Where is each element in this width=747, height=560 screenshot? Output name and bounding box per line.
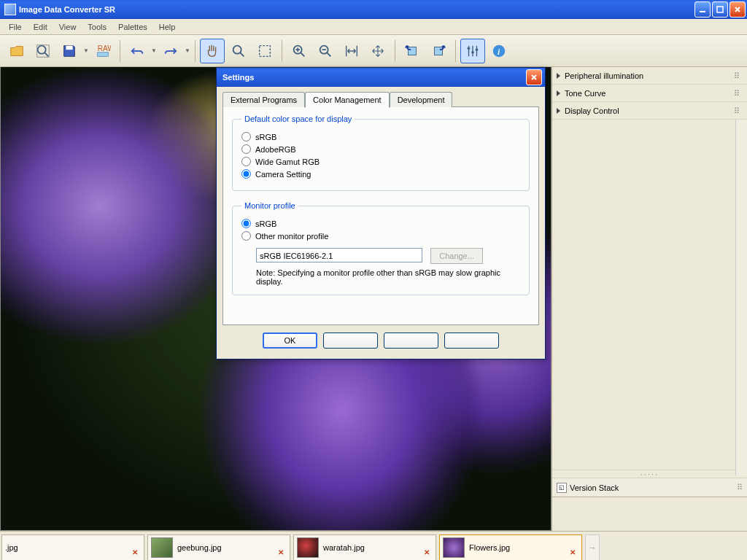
undo-button[interactable]: [125, 39, 150, 63]
close-button[interactable]: [729, 1, 746, 18]
ok-button[interactable]: OK: [263, 332, 317, 349]
dialog-body: External Programs Color Management Devel…: [217, 87, 545, 359]
dialog-close-button[interactable]: [526, 69, 542, 85]
pan-tool[interactable]: [200, 39, 225, 63]
fit-screen-button[interactable]: [365, 39, 390, 63]
grip-icon: ⠿: [734, 71, 743, 80]
dialog-button-2[interactable]: [323, 332, 378, 349]
redo-dropdown[interactable]: ▼: [185, 47, 190, 54]
radio-label: sRGB: [255, 219, 276, 228]
version-stack-label: Version Stack: [570, 483, 619, 492]
panel-tone-curve[interactable]: Tone Curve ⠿: [552, 85, 747, 102]
svg-rect-8: [260, 45, 271, 56]
thumbnail-next-button[interactable]: →: [585, 534, 600, 561]
default-colorspace-group: Default color space for display sRGB Ado…: [232, 114, 530, 191]
separator: [282, 40, 282, 62]
menubar: File Edit View Tools Palettes Help: [0, 19, 747, 35]
radio-monitor-other[interactable]: [241, 231, 251, 241]
tab-panel: Default color space for display sRGB Ado…: [222, 106, 539, 325]
group-label: Monitor profile: [241, 201, 298, 210]
radio-monitor-srgb[interactable]: [241, 219, 251, 228]
separator: [120, 40, 120, 62]
panel-resize-handle[interactable]: ·····: [552, 470, 747, 478]
expand-icon: [557, 73, 560, 79]
thumbnail-close-icon[interactable]: ✕: [424, 548, 433, 557]
separator: [455, 40, 456, 62]
maximize-button[interactable]: [712, 1, 728, 18]
thumbnail-name: Flowers.jpg: [469, 543, 578, 552]
panel-label: Peripheral illumination: [565, 71, 734, 80]
menu-tools[interactable]: Tools: [82, 20, 112, 34]
group-label: Default color space for display: [241, 114, 355, 123]
marquee-tool[interactable]: [252, 39, 277, 63]
browse-button[interactable]: [31, 39, 55, 63]
redo-button[interactable]: [158, 39, 183, 63]
svg-point-14: [471, 51, 474, 54]
thumbnail-name: geebung.jpg: [177, 543, 287, 552]
fit-width-button[interactable]: [339, 39, 364, 63]
menu-view[interactable]: View: [53, 20, 82, 34]
undo-dropdown[interactable]: ▼: [151, 47, 157, 54]
thumbnail-item[interactable]: geebung.jpg ✕: [147, 534, 290, 561]
menu-help[interactable]: Help: [153, 20, 182, 34]
side-panel: Peripheral illumination ⠿ Tone Curve ⠿ D…: [551, 67, 747, 531]
panel-peripheral-illumination[interactable]: Peripheral illumination ⠿: [552, 67, 747, 85]
zoom-in-button[interactable]: [287, 39, 311, 63]
radio-label: AdobeRGB: [255, 145, 296, 154]
titlebar: Image Data Converter SR: [0, 0, 747, 19]
thumbnail-close-icon[interactable]: ✕: [570, 548, 578, 557]
zoom-tool[interactable]: [226, 39, 251, 63]
settings-dialog: Settings External Programs Color Managem…: [216, 67, 546, 359]
monitor-profile-note: Note: Specifying a monitor profile other…: [256, 268, 520, 286]
radio-wide-gamut[interactable]: [241, 157, 251, 166]
side-scrollbar[interactable]: [735, 120, 747, 475]
dialog-button-4[interactable]: [444, 332, 499, 349]
change-profile-button[interactable]: Change...: [430, 248, 483, 264]
save-dropdown[interactable]: ▼: [83, 47, 89, 54]
thumbnail-image: [151, 537, 173, 558]
svg-text:i: i: [498, 47, 500, 55]
svg-point-13: [468, 47, 471, 50]
menu-file[interactable]: File: [3, 20, 28, 34]
radio-camera-setting[interactable]: [241, 169, 251, 179]
expand-icon: [557, 90, 560, 96]
thumbnail-item-selected[interactable]: Flowers.jpg ✕: [439, 534, 582, 561]
rotate-right-button[interactable]: [426, 39, 451, 63]
tab-development[interactable]: Development: [390, 92, 453, 107]
dialog-button-3[interactable]: [384, 332, 438, 349]
minimize-button[interactable]: [694, 1, 711, 18]
dialog-titlebar[interactable]: Settings: [217, 68, 545, 87]
grip-icon: ⠿: [734, 106, 743, 115]
thumbnail-close-icon[interactable]: ✕: [132, 548, 141, 557]
monitor-profile-field[interactable]: sRGB IEC61966-2.1: [256, 248, 422, 262]
adjustments-button[interactable]: [460, 39, 485, 63]
radio-label: Wide Gamut RGB: [255, 158, 320, 166]
window-title: Image Data Converter SR: [19, 5, 693, 14]
radio-adobergb[interactable]: [241, 144, 251, 154]
thumbnail-image: [297, 537, 319, 558]
panel-display-control[interactable]: Display Control ⠿: [552, 102, 747, 120]
grip-icon: ⠿: [734, 89, 743, 98]
radio-srgb[interactable]: [241, 132, 251, 141]
info-button[interactable]: i: [487, 39, 511, 63]
radio-label: Camera Setting: [255, 170, 311, 179]
rotate-left-button[interactable]: [400, 39, 425, 63]
thumbnail-item[interactable]: waratah.jpg ✕: [293, 534, 436, 561]
separator: [395, 40, 395, 62]
raw-button[interactable]: RAW: [90, 39, 115, 63]
tab-color-management[interactable]: Color Management: [305, 92, 390, 108]
radio-label: Other monitor profile: [255, 232, 328, 241]
thumbnail-close-icon[interactable]: ✕: [278, 548, 287, 557]
dialog-title: Settings: [222, 73, 525, 82]
zoom-out-button[interactable]: [313, 39, 338, 63]
dialog-buttons: OK: [222, 325, 539, 350]
tab-external-programs[interactable]: External Programs: [222, 92, 305, 107]
thumbnail-name: .jpg: [5, 543, 141, 552]
menu-edit[interactable]: Edit: [28, 20, 53, 34]
thumbnail-item[interactable]: .jpg ✕: [1, 534, 144, 561]
open-button[interactable]: [4, 39, 29, 63]
svg-rect-11: [409, 47, 417, 55]
version-stack-header[interactable]: ◱ Version Stack ⠿: [552, 478, 747, 497]
menu-palettes[interactable]: Palettes: [112, 20, 153, 34]
save-button[interactable]: [57, 39, 82, 63]
